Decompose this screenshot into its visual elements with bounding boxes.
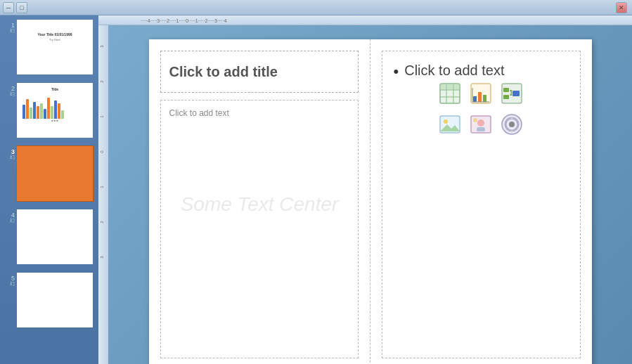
slide-thumb-2[interactable]: 2 幻 Title bbox=[6, 83, 93, 138]
slide-panel: 1 幻 Your Title 01/01/1999 Try Here 2 幻 T… bbox=[0, 15, 98, 364]
title-placeholder-text: Click to add title bbox=[169, 64, 278, 80]
main-area: 1 幻 Your Title 01/01/1999 Try Here 2 幻 T… bbox=[0, 15, 632, 364]
slide-right-column: • Click to add text bbox=[370, 39, 592, 364]
slide-sub-4: 幻 bbox=[6, 217, 17, 224]
ruler-top: ·····4·····3·····2·····1·····0·····1····… bbox=[98, 15, 632, 25]
minimize-button[interactable]: ─ bbox=[3, 2, 14, 13]
right-bullet-text-area: • Click to add text bbox=[394, 63, 569, 81]
slide-thumb-4[interactable]: 4 幻 bbox=[6, 209, 93, 264]
slide2-title: Title bbox=[17, 87, 93, 91]
svg-point-38 bbox=[511, 130, 513, 132]
ruler-left: 3 2 1 0 1 2 3 bbox=[98, 25, 108, 364]
slide-sub-5: 幻 bbox=[6, 280, 17, 287]
bullet-point: • bbox=[394, 63, 399, 81]
svg-rect-19 bbox=[483, 95, 486, 102]
svg-rect-18 bbox=[478, 92, 482, 102]
svg-point-28 bbox=[444, 119, 448, 124]
ruler-left-svg: 3 2 1 0 1 2 3 bbox=[98, 25, 108, 364]
svg-point-33 bbox=[473, 118, 477, 122]
insert-media-icon[interactable] bbox=[499, 112, 524, 137]
svg-point-31 bbox=[477, 119, 484, 126]
slide-left-column: Click to add title Click to add text bbox=[149, 39, 370, 364]
svg-rect-32 bbox=[477, 127, 485, 131]
slide-thumbnail-4[interactable] bbox=[17, 209, 93, 264]
slide-editing-area: Some Text Center Click to add title Clic… bbox=[108, 25, 632, 364]
svg-point-37 bbox=[511, 117, 513, 119]
slide-thumbnail-1[interactable]: Your Title 01/01/1999 Try Here bbox=[17, 20, 93, 74]
slide1-subtitle: Try Here bbox=[17, 38, 93, 41]
icons-row-1 bbox=[437, 81, 524, 106]
svg-rect-15 bbox=[440, 84, 460, 90]
maximize-button[interactable]: □ bbox=[16, 2, 27, 13]
svg-rect-17 bbox=[473, 96, 477, 102]
svg-rect-23 bbox=[503, 88, 509, 92]
slide-canvas: Some Text Center Click to add title Clic… bbox=[149, 39, 592, 364]
ruler-body: 3 2 1 0 1 2 3 Some Text Center bbox=[98, 25, 632, 364]
content-icons-area bbox=[394, 81, 569, 137]
slide-thumb-1[interactable]: 1 幻 Your Title 01/01/1999 Try Here bbox=[6, 20, 93, 74]
right-placeholder-text: Click to add text bbox=[404, 63, 504, 79]
svg-text:·····4·····3·····2·····1·····0: ·····4·····3·····2·····1·····0·····1····… bbox=[141, 18, 227, 23]
slide-thumbnail-3[interactable] bbox=[17, 146, 93, 201]
text-placeholder-left-text: Click to add text bbox=[169, 108, 229, 118]
slide-thumbnail-2[interactable]: Title bbox=[17, 83, 93, 138]
insert-smartart-icon[interactable] bbox=[499, 81, 524, 106]
slide-sub-2: 幻 bbox=[6, 91, 17, 98]
insert-picture-icon[interactable] bbox=[437, 112, 463, 137]
icons-row-2 bbox=[437, 112, 524, 137]
slide-thumbnail-5[interactable] bbox=[17, 273, 93, 327]
slide-thumb-3[interactable]: 3 幻 bbox=[6, 146, 93, 201]
slide1-title: Your Title 01/01/1999 bbox=[17, 32, 93, 37]
editor-area: ·····4·····3·····2·····1·····0·····1····… bbox=[98, 15, 632, 364]
slide-layout: Click to add title Click to add text bbox=[149, 39, 592, 364]
svg-rect-24 bbox=[503, 95, 509, 99]
svg-rect-2 bbox=[98, 25, 108, 364]
insert-chart-icon[interactable] bbox=[468, 81, 494, 106]
close-button[interactable]: ✕ bbox=[616, 2, 627, 13]
slide-sub-1: 幻 bbox=[6, 27, 17, 34]
right-content-area[interactable]: • Click to add text bbox=[382, 51, 581, 358]
title-placeholder[interactable]: Click to add title bbox=[160, 51, 359, 93]
insert-table-icon[interactable] bbox=[437, 81, 463, 106]
text-placeholder-left[interactable]: Click to add text bbox=[160, 100, 359, 358]
svg-point-35 bbox=[509, 122, 515, 127]
slide2-chart bbox=[17, 93, 93, 119]
top-bar: ─ □ ✕ bbox=[0, 0, 632, 15]
slide-thumb-5[interactable]: 5 幻 bbox=[6, 273, 93, 327]
ruler-top-svg: ·····4·····3·····2·····1·····0·····1····… bbox=[98, 15, 632, 25]
slide-sub-3: 幻 bbox=[6, 154, 17, 161]
svg-rect-26 bbox=[512, 91, 520, 96]
insert-clipart-icon[interactable] bbox=[468, 112, 494, 137]
